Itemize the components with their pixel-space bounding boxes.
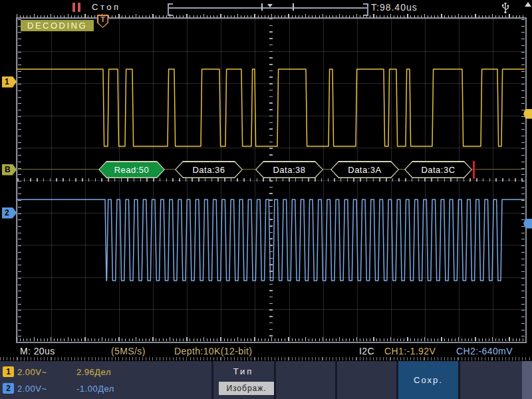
run-state-label: Стоп (92, 2, 120, 12)
i2c-stop-marker (473, 161, 475, 179)
ch2-zero-marker[interactable]: 2 (2, 207, 17, 219)
usb-icon (501, 1, 510, 14)
ch2-scale-readout: 2.00V~ (17, 384, 47, 394)
horizontal-position-indicator[interactable] (166, 1, 370, 15)
decode-bus-marker-label: B (5, 165, 11, 174)
ch1-scale-readout: 2.00V~ (17, 367, 47, 377)
oscilloscope-screen: Стоп T:98.40us DECODING T Read:50Data:36… (0, 0, 532, 399)
ch2-offset-readout: -1.00Дел (76, 384, 114, 394)
menu-top-ruler (0, 357, 532, 360)
timebase-readout: M: 20us (20, 346, 55, 356)
save-button[interactable]: Сохр. (398, 361, 458, 399)
decode-bus-marker[interactable]: B (2, 164, 17, 176)
ch1-trigger-readout: CH1:-1.92V (384, 346, 436, 356)
ch2-trigger-readout: CH2:-640mV (456, 346, 513, 356)
ch1-offset-readout: 2.96Дел (76, 367, 111, 377)
pause-icon (72, 3, 82, 12)
waveform-plot (17, 19, 526, 342)
decode-protocol-readout: I2C (359, 346, 374, 356)
ch2-zero-marker-label: 2 (5, 208, 9, 217)
posbar-pointer-icon (267, 4, 273, 7)
decode-frame-data-36: Data:36 (175, 161, 243, 178)
menu-page-strip[interactable] (522, 361, 532, 399)
trigger-time-readout: T:98.40us (371, 2, 418, 13)
memory-depth-readout: Depth:10K(12-bit) (174, 346, 252, 356)
save-type-button[interactable]: Изображ. (219, 382, 274, 395)
menu-separator (458, 361, 460, 399)
top-right-arrow-icon (525, 2, 531, 7)
ch1-zero-marker-label: 1 (5, 77, 9, 86)
sample-rate-readout: (5MS/s) (111, 346, 146, 356)
decode-frame-data-3c: Data:3C (404, 161, 472, 178)
ch2-badge[interactable]: 2 (3, 383, 14, 394)
bottom-menu: 1 2.00V~ 2.96Дел 2 2.00V~ -1.00Дел Тип И… (0, 361, 532, 399)
ch1-zero-marker[interactable]: 1 (2, 76, 17, 88)
menu-separator (274, 361, 276, 399)
ch1-badge[interactable]: 1 (3, 366, 14, 377)
posbar-window[interactable] (261, 3, 294, 11)
save-type-label: Тип (213, 366, 274, 376)
decode-frame-read-50: Read:50 (98, 161, 165, 178)
decode-frame-data-38: Data:38 (255, 161, 323, 178)
menu-separator (335, 361, 337, 399)
decode-frame-data-3a: Data:3A (331, 161, 399, 178)
top-ruler-minor-ticks (17, 15, 526, 18)
